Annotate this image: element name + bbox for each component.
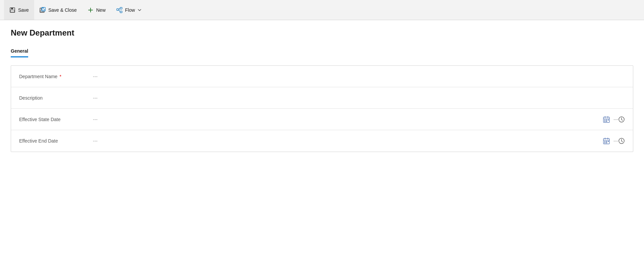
description-value[interactable]: --- — [93, 95, 625, 101]
effective-state-date-field: --- — [93, 117, 603, 122]
effective-end-date-input-area: --- — [603, 137, 618, 145]
required-indicator: * — [59, 74, 61, 79]
main-content: New Department General Department Name *… — [0, 20, 644, 160]
svg-rect-13 — [120, 11, 122, 13]
effective-state-date-row: --- — [93, 116, 625, 123]
svg-rect-12 — [120, 7, 122, 9]
svg-rect-11 — [117, 9, 119, 10]
effective-end-date-label: Effective End Date — [19, 138, 93, 144]
department-name-value[interactable]: --- — [93, 74, 625, 79]
svg-rect-35 — [604, 142, 605, 143]
form-section: Department Name * --- Description --- Ef… — [11, 65, 633, 152]
svg-rect-21 — [606, 119, 607, 120]
svg-rect-33 — [606, 141, 607, 142]
svg-rect-7 — [42, 7, 44, 8]
svg-rect-2 — [10, 10, 14, 12]
effective-end-date-calendar-icon[interactable] — [603, 137, 610, 145]
save-label: Save — [18, 7, 29, 13]
form-row-department-name: Department Name * --- — [11, 66, 633, 87]
toolbar: Save Save & Close New — [0, 0, 644, 20]
effective-state-time-value[interactable]: --- — [613, 117, 618, 122]
form-row-description: Description --- — [11, 87, 633, 109]
effective-end-date-field: --- — [93, 138, 603, 144]
description-label: Description — [19, 95, 93, 101]
save-icon — [9, 7, 15, 13]
svg-line-27 — [622, 119, 623, 120]
svg-rect-22 — [608, 119, 609, 120]
effective-state-date-value[interactable]: --- — [93, 117, 98, 122]
new-button[interactable]: New — [82, 0, 111, 20]
new-label: New — [96, 7, 106, 13]
save-button[interactable]: Save — [4, 0, 34, 20]
svg-rect-24 — [606, 121, 607, 122]
save-close-icon — [40, 7, 46, 13]
tab-container: General — [11, 46, 633, 57]
svg-rect-32 — [604, 141, 605, 142]
effective-state-time-icon[interactable] — [618, 116, 625, 123]
svg-rect-1 — [11, 8, 13, 9]
page-title: New Department — [11, 28, 633, 38]
svg-rect-20 — [604, 119, 605, 120]
effective-end-time-icon[interactable] — [618, 138, 625, 144]
svg-line-39 — [622, 141, 623, 142]
svg-line-15 — [119, 9, 120, 12]
flow-label: Flow — [125, 7, 135, 13]
svg-rect-34 — [608, 141, 609, 142]
save-close-button[interactable]: Save & Close — [34, 0, 82, 20]
form-row-effective-state-date: Effective State Date --- — [11, 109, 633, 130]
effective-end-date-value[interactable]: --- — [93, 138, 98, 144]
effective-state-date-calendar-icon[interactable] — [603, 116, 610, 123]
effective-end-time-value[interactable]: --- — [613, 138, 618, 144]
effective-state-date-label: Effective State Date — [19, 117, 93, 122]
svg-rect-36 — [606, 142, 607, 143]
flow-button[interactable]: Flow — [111, 0, 147, 20]
effective-state-date-input-area: --- — [603, 116, 618, 123]
flow-icon — [116, 7, 122, 13]
new-icon — [88, 7, 94, 13]
form-row-effective-end-date: Effective End Date --- — [11, 130, 633, 152]
svg-rect-23 — [604, 121, 605, 122]
department-name-label: Department Name * — [19, 74, 93, 79]
tab-general[interactable]: General — [11, 46, 28, 57]
flow-chevron-icon — [138, 8, 142, 12]
effective-end-date-row: --- — [93, 137, 625, 145]
save-close-label: Save & Close — [48, 7, 77, 13]
